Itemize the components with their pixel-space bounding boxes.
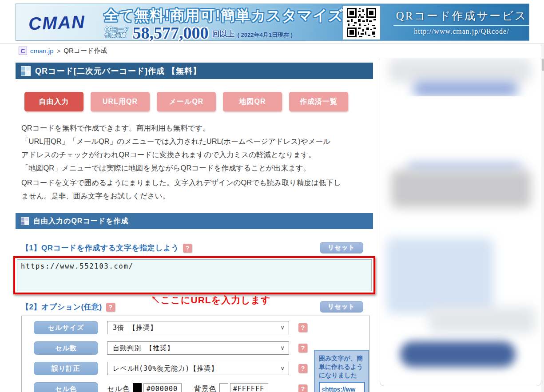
stats-row: QRコード 作成実績 58,577,000 回以上 ( 2022年4月1日現在 … [105, 25, 293, 40]
ad-blur-shape [429, 307, 536, 333]
promo-headline: 全て無料!商用可!簡単カスタマイズ! [104, 6, 349, 26]
step1-help-icon[interactable]: ? [183, 244, 192, 253]
stats-label: QRコード 作成実績 [105, 27, 129, 38]
ad-blur-shape [389, 58, 531, 83]
cman-logo[interactable]: CMAN [28, 12, 85, 34]
page-title-bar: QRコード[二次元バーコード]作成 【無料】 [16, 63, 373, 79]
error-correction-select[interactable]: レベルH(30%復元能力)【推奨】 ∨ [107, 362, 289, 375]
promo-text: 囲み文字が、簡単に作れるようになりました [319, 354, 365, 380]
tab-url-qr[interactable]: URL用QR [91, 92, 150, 111]
service-block: QRコード作成サービス http://www.cman.jp/QRcode/ [393, 8, 530, 36]
option-row-cell-size: セルサイズ 3倍 【推奨】 ∨ ? [22, 321, 370, 334]
header-qr-image [343, 6, 380, 40]
section-title: 自由入力のQRコードを作成 [33, 217, 129, 226]
ad-blur-shape [391, 170, 531, 208]
promo-qr-caption: https://ww [325, 386, 355, 392]
cell-color-input[interactable] [143, 383, 182, 392]
step2-reset-button[interactable]: リセット [320, 301, 363, 313]
description-paragraph-1: QRコードを無料で作成できます。商用利用も無料です。 「URL用QR」「メールQ… [21, 121, 372, 174]
breadcrumb-separator: > [57, 47, 61, 55]
section-title-bar: 自由入力のQRコードを作成 [16, 213, 373, 229]
cell-count-select[interactable]: 自動判別 【推奨】 ∨ [107, 341, 289, 355]
step2-heading: 【2】オプション(任意) [21, 302, 102, 312]
step2-header-row: 【2】オプション(任意) ? リセット [21, 301, 368, 313]
cell-color-swatch[interactable] [133, 383, 142, 392]
promo-qr-preview: w https://ww [319, 382, 365, 392]
chevron-down-icon: ∨ [281, 365, 285, 372]
qr-code-icon [347, 8, 376, 37]
cell-color-field-label: セル色 [107, 384, 130, 392]
qr-text-input[interactable]: https://www.552103.com/ [17, 259, 372, 291]
grid-icon [21, 217, 29, 225]
header-divider [0, 43, 544, 44]
bg-color-field-label: 背景色 [194, 384, 217, 392]
tab-map-qr[interactable]: 地図QR [223, 92, 282, 111]
ad-blur-shape [389, 96, 533, 165]
chevron-down-icon: ∨ [281, 344, 285, 351]
scrollbar-thumb[interactable] [542, 59, 544, 71]
cell-size-help-icon[interactable]: ? [298, 323, 307, 332]
bg-color-input[interactable] [230, 383, 268, 392]
enclosing-text-promo[interactable]: 囲み文字が、簡単に作れるようになりました w https://ww [314, 350, 369, 392]
description-paragraph-2: QRコードを文字で囲めるようにまりました。文字入れデザインのQRでも読み取り精度… [21, 176, 372, 202]
ad-blur-shape [387, 238, 493, 313]
step1-reset-button[interactable]: リセット [320, 242, 363, 253]
step1-header-row: 【1】QRコードを作成する文字を指定しよう ? リセット [21, 242, 368, 254]
service-title: QRコード作成サービス [393, 8, 530, 23]
cell-color-help-icon[interactable]: ? [298, 384, 307, 392]
tab-mail-qr[interactable]: メールQR [157, 92, 216, 111]
options-panel: セルサイズ 3倍 【推奨】 ∨ ? セル数 自動判別 【推奨】 ∨ ? 誤り訂正… [21, 316, 370, 392]
breadcrumb-current: QRコード作成 [64, 47, 107, 55]
stats-number: 58,577,000 [133, 25, 209, 40]
promo-side-char: w [320, 387, 326, 392]
url-input-highlight-frame: https://www.552103.com/ [13, 256, 375, 294]
header-banner[interactable]: CMAN 全て無料!商用可!簡単カスタマイズ! QRコード 作成実績 58,57… [16, 4, 529, 41]
page-scrollbar[interactable] [541, 44, 544, 392]
step1-heading: 【1】QRコードを作成する文字を指定しよう [21, 243, 179, 253]
cell-count-label-button[interactable]: セル数 [34, 341, 98, 355]
stats-suffix: 回以上 [212, 29, 235, 39]
grid-icon [21, 66, 31, 76]
ad-sidebar[interactable] [380, 58, 541, 386]
bg-color-swatch[interactable] [219, 383, 228, 392]
step2-help-icon[interactable]: ? [106, 303, 115, 312]
cman-favicon-icon: C [19, 47, 27, 55]
error-correction-label-button[interactable]: 誤り訂正 [34, 362, 98, 375]
breadcrumb: C cman.jp > QRコード作成 [19, 47, 107, 55]
page-title: QRコード[二次元バーコード]作成 【無料】 [35, 66, 201, 76]
cell-size-label-button[interactable]: セルサイズ [34, 321, 98, 334]
breadcrumb-site-link[interactable]: cman.jp [30, 47, 54, 55]
color-fields: セル色 背景色 [107, 382, 268, 392]
qr-menu-tabs: 自由入力 URL用QR メールQR 地図QR 作成済一覧 [24, 92, 348, 111]
cell-count-help-icon[interactable]: ? [298, 344, 307, 352]
ad-blur-shape [413, 81, 518, 96]
ad-blur-button [400, 341, 516, 367]
cell-size-select[interactable]: 3倍 【推奨】 ∨ [107, 321, 289, 334]
tab-free-input[interactable]: 自由入力 [24, 92, 83, 111]
error-correction-help-icon[interactable]: ? [298, 364, 307, 373]
stats-date: ( 2022年4月1日現在 ) [238, 31, 293, 39]
tab-created-list[interactable]: 作成済一覧 [289, 92, 348, 111]
chevron-down-icon: ∨ [281, 324, 285, 331]
cell-color-label-button[interactable]: セル色 [34, 382, 98, 392]
page: CMAN 全て無料!商用可!簡単カスタマイズ! QRコード 作成実績 58,57… [0, 0, 544, 392]
service-url: http://www.cman.jp/QRcode/ [393, 25, 530, 36]
